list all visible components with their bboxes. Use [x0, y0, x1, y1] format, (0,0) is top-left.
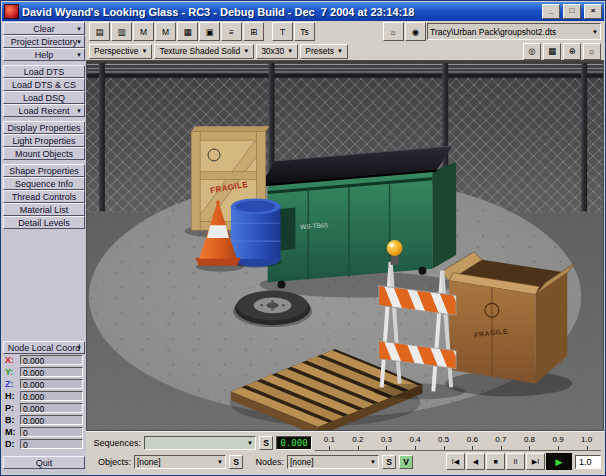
- go-start-button[interactable]: I◀: [446, 453, 465, 470]
- sidebar-item-load-dts-cs[interactable]: Load DTS & CS: [3, 78, 85, 91]
- nodes-dropdown[interactable]: [none] ▼: [287, 455, 379, 469]
- snapshot-button[interactable]: ◉: [405, 22, 426, 41]
- sidebar-item-label: Detail Levels: [18, 218, 70, 228]
- play-button[interactable]: ▶: [546, 453, 572, 470]
- animation-panel: Sequences: ▼ S 0.000 0.1 0.2 0.3 0.4 0.5…: [86, 431, 604, 474]
- coord-label-h: H:: [5, 391, 18, 401]
- sidebar-item-detail-levels[interactable]: Detail Levels: [3, 216, 85, 229]
- close-button[interactable]: ×: [584, 4, 602, 19]
- node-panel-title: Node Local Coord: [8, 343, 81, 353]
- sidebar-item-sequence-info[interactable]: Sequence Info: [3, 177, 85, 190]
- tick-label: 0.5: [438, 435, 449, 444]
- sidebar-item-label: Help: [35, 50, 54, 60]
- tick-label: 0.1: [324, 435, 335, 444]
- sidebar-item-clear[interactable]: Clear ▼: [3, 22, 85, 35]
- coord-row-p: P: 0.000: [3, 402, 85, 414]
- scene-canvas[interactable]: WS-TB65 FRAGILE: [87, 61, 603, 430]
- sidebar-item-display-properties[interactable]: Display Properties: [3, 121, 85, 134]
- sidebar-item-label: Shape Properties: [9, 166, 79, 176]
- pause-button[interactable]: II: [506, 453, 525, 470]
- sidebar-item-light-properties[interactable]: Light Properties: [3, 134, 85, 147]
- sequences-dropdown[interactable]: ▼: [144, 436, 256, 450]
- presets-dropdown[interactable]: Presets ▼: [300, 44, 348, 59]
- blue-barrel: [230, 199, 282, 268]
- sidebar-item-label: Light Properties: [12, 136, 75, 146]
- sidebar-item-load-dts[interactable]: Load DTS: [3, 65, 85, 78]
- orbit-tool-button[interactable]: ◎: [523, 43, 541, 60]
- step-forward-button[interactable]: ▶I: [526, 453, 545, 470]
- maximize-button[interactable]: □: [563, 4, 581, 19]
- titlebar[interactable]: David Wyand's Looking Glass - RC3 - Debu…: [2, 2, 604, 21]
- render-mode-dropdown[interactable]: Texture Shaded Solid ▼: [154, 44, 254, 59]
- sidebar-item-label: Thread Controls: [12, 192, 77, 202]
- text-size-button[interactable]: Ts: [294, 22, 315, 41]
- sidebar: Clear ▼ Project Directory ▼ Help ▼ Load …: [2, 21, 86, 474]
- material-next-button[interactable]: M: [155, 22, 176, 41]
- objects-s-button[interactable]: S: [229, 455, 243, 469]
- sidebar-item-load-dsq[interactable]: Load DSQ: [3, 91, 85, 104]
- sidebar-item-thread-controls[interactable]: Thread Controls: [3, 190, 85, 203]
- node-local-coord-header[interactable]: Node Local Coord ▼: [3, 341, 85, 354]
- text-tool-button[interactable]: T: [272, 22, 293, 41]
- objects-dropdown[interactable]: [none] ▼: [134, 455, 226, 469]
- window-new-button[interactable]: ▤: [89, 22, 110, 41]
- sidebar-item-label: Material List: [20, 205, 69, 215]
- nodes-v-button[interactable]: V: [399, 455, 413, 469]
- sidebar-item-load-recent[interactable]: Load Recent ▼: [3, 104, 85, 117]
- render-mode-value: Texture Shaded Solid: [159, 46, 240, 56]
- coord-value-p: 0.000: [20, 403, 83, 413]
- sidebar-item-mount-objects[interactable]: Mount Objects: [3, 147, 85, 160]
- sidebar-item-project-directory[interactable]: Project Directory ▼: [3, 35, 85, 48]
- nodes-s-button[interactable]: S: [382, 455, 396, 469]
- coord-value-h: 0.000: [20, 391, 83, 401]
- tick-label: 0.3: [381, 435, 392, 444]
- tick-label: 0.8: [524, 435, 535, 444]
- light-tool-button[interactable]: ☼: [583, 43, 601, 60]
- window-tile-button[interactable]: ▥: [111, 22, 132, 41]
- viewport-3d[interactable]: WS-TB65 FRAGILE: [86, 60, 604, 431]
- list-view-button[interactable]: ≡: [221, 22, 242, 41]
- tick-label: 0.7: [495, 435, 506, 444]
- sidebar-item-label: Load DTS & CS: [12, 80, 76, 90]
- minimize-button[interactable]: _: [542, 4, 560, 19]
- camera-mode-dropdown[interactable]: Perspective ▼: [89, 44, 152, 59]
- tick-label: 0.6: [467, 435, 478, 444]
- quit-button[interactable]: Quit: [3, 456, 85, 469]
- time-display[interactable]: 0.000: [276, 436, 312, 450]
- material-prev-button[interactable]: M: [133, 22, 154, 41]
- coord-value-b: 0.000: [20, 415, 83, 425]
- grid-size-dropdown[interactable]: 30x30 ▼: [256, 44, 298, 59]
- grid-toggle-button[interactable]: ▦: [543, 43, 561, 60]
- sidebar-item-label: Mount Objects: [15, 149, 73, 159]
- coord-value-z: 0.000: [20, 379, 83, 389]
- timeline-tick: 0.1: [315, 435, 344, 450]
- timeline-ruler[interactable]: 0.1 0.2 0.3 0.4 0.5 0.6 0.7 0.8 0.9 1.0: [315, 435, 601, 451]
- add-view-button[interactable]: ⊞: [243, 22, 264, 41]
- timeline-tick: 0.3: [372, 435, 401, 450]
- chevron-down-icon: ▼: [247, 440, 253, 446]
- coord-value-y: 0.000: [20, 367, 83, 377]
- coord-row-d: D: 0: [3, 438, 85, 450]
- tick-label: 0.9: [552, 435, 563, 444]
- grid-view-button[interactable]: ▦: [177, 22, 198, 41]
- objects-value: [none]: [137, 457, 215, 467]
- light-toggle-button[interactable]: ☼: [383, 22, 404, 41]
- chevron-down-icon: ▼: [370, 459, 376, 465]
- sidebar-empty-space: [3, 229, 85, 341]
- sidebar-item-help[interactable]: Help ▼: [3, 48, 85, 61]
- solid-view-button[interactable]: ▣: [199, 22, 220, 41]
- sequences-s-button[interactable]: S: [259, 436, 273, 450]
- speed-field[interactable]: 1.0: [575, 455, 601, 469]
- loaded-file-dropdown[interactable]: Tracy\Urban Pack\groupshot2.dts ▼: [427, 23, 601, 40]
- coord-value-x: 0.000: [20, 355, 83, 365]
- axis-toggle-button[interactable]: ⊕: [563, 43, 581, 60]
- coord-row-h: H: 0.000: [3, 390, 85, 402]
- sidebar-item-material-list[interactable]: Material List: [3, 203, 85, 216]
- stop-button[interactable]: ■: [486, 453, 505, 470]
- sidebar-item-shape-properties[interactable]: Shape Properties: [3, 164, 85, 177]
- transport-controls: I◀ ◀ ■ II ▶I ▶: [446, 453, 572, 470]
- step-back-button[interactable]: ◀: [466, 453, 485, 470]
- sidebar-item-label: Project Directory: [11, 37, 78, 47]
- chevron-down-icon: ▼: [76, 52, 82, 58]
- timeline-tick: 0.7: [487, 435, 516, 450]
